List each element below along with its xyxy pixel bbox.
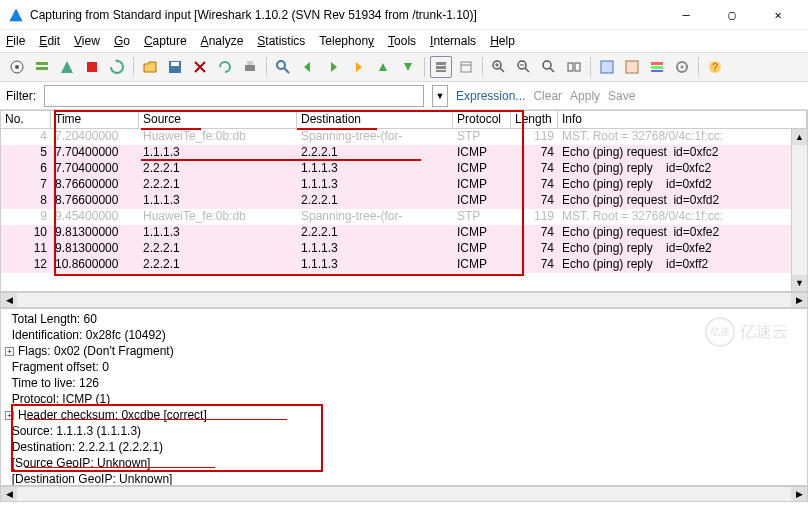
interfaces-icon[interactable]: [6, 56, 28, 78]
help-icon[interactable]: ?: [704, 56, 726, 78]
autoscroll-icon[interactable]: [455, 56, 477, 78]
clear-link[interactable]: Clear: [533, 89, 562, 103]
detail-destination: Destination: 2.2.2.1 (2.2.2.1): [5, 439, 803, 455]
save-icon[interactable]: [164, 56, 186, 78]
toolbar: ?: [0, 52, 808, 82]
table-row[interactable]: 57.704000001.1.1.32.2.2.1ICMP74Echo (pin…: [1, 145, 807, 161]
svg-line-17: [500, 68, 504, 72]
detail-src-geoip: [Source GeoIP: Unknown]: [5, 455, 803, 471]
detail-flags[interactable]: +Flags: 0x02 (Don't Fragment): [5, 343, 803, 359]
filter-dropdown-icon[interactable]: ▼: [432, 85, 448, 107]
scroll-left-icon[interactable]: ◀: [1, 293, 17, 307]
menu-tools[interactable]: Tools: [388, 34, 416, 48]
capture-filters-icon[interactable]: [596, 56, 618, 78]
stop-icon[interactable]: [81, 56, 103, 78]
col-info[interactable]: Info: [558, 111, 807, 128]
options-icon[interactable]: [31, 56, 53, 78]
hscrollbar-packets[interactable]: ◀ ▶: [0, 292, 808, 308]
table-row[interactable]: 1210.86000002.2.2.11.1.1.3ICMP74Echo (pi…: [1, 257, 807, 273]
packet-header: No. Time Source Destination Protocol Len…: [1, 111, 807, 129]
expand-icon[interactable]: +: [5, 411, 14, 420]
scroll-right-icon[interactable]: ▶: [791, 293, 807, 307]
maximize-button[interactable]: ▢: [710, 2, 754, 28]
menu-analyze[interactable]: Analyze: [201, 34, 244, 48]
goto-last-icon[interactable]: [397, 56, 419, 78]
coloring-rules-icon[interactable]: [646, 56, 668, 78]
col-length[interactable]: Length: [511, 111, 558, 128]
detail-identification: Identification: 0x28fc (10492): [5, 327, 803, 343]
details-pane[interactable]: Total Length: 60 Identification: 0x28fc …: [0, 308, 808, 486]
col-destination[interactable]: Destination: [297, 111, 453, 128]
table-row[interactable]: 99.45400000HuaweiTe_fe:0b:dbSpanning-tre…: [1, 209, 807, 225]
save-link[interactable]: Save: [608, 89, 635, 103]
table-row[interactable]: 47.20400000HuaweiTe_fe:0b:dbSpanning-tre…: [1, 129, 807, 145]
open-icon[interactable]: [139, 56, 161, 78]
back-icon[interactable]: [297, 56, 319, 78]
svg-rect-29: [651, 62, 663, 65]
zoom-out-icon[interactable]: [513, 56, 535, 78]
window-title: Capturing from Standard input [Wireshark…: [30, 8, 664, 22]
col-no[interactable]: No.: [1, 111, 51, 128]
svg-rect-25: [568, 63, 573, 71]
app-icon: [8, 7, 24, 23]
table-row[interactable]: 67.704000002.2.2.11.1.1.3ICMP74Echo (pin…: [1, 161, 807, 177]
detail-protocol: Protocol: ICMP (1): [5, 391, 803, 407]
svg-rect-2: [36, 62, 48, 65]
prefs-icon[interactable]: [671, 56, 693, 78]
zoom-in-icon[interactable]: [488, 56, 510, 78]
display-filters-icon[interactable]: [621, 56, 643, 78]
menu-help[interactable]: Help: [490, 34, 515, 48]
zoom-100-icon[interactable]: [538, 56, 560, 78]
expand-icon[interactable]: +: [5, 347, 14, 356]
svg-point-1: [15, 65, 19, 69]
col-source[interactable]: Source: [139, 111, 297, 128]
goto-first-icon[interactable]: [372, 56, 394, 78]
col-time[interactable]: Time: [51, 111, 139, 128]
packet-list: No. Time Source Destination Protocol Len…: [0, 110, 808, 292]
svg-point-33: [681, 66, 684, 69]
menu-edit[interactable]: Edit: [39, 34, 60, 48]
filter-input[interactable]: [44, 85, 424, 107]
svg-line-24: [550, 68, 554, 72]
close-button[interactable]: ✕: [756, 2, 800, 28]
vscrollbar[interactable]: ▲ ▼: [791, 129, 807, 291]
close-file-icon[interactable]: [189, 56, 211, 78]
menu-internals[interactable]: Internals: [430, 34, 476, 48]
reload-icon[interactable]: [214, 56, 236, 78]
svg-point-9: [277, 61, 285, 69]
find-icon[interactable]: [272, 56, 294, 78]
menu-telephony[interactable]: Telephony: [319, 34, 374, 48]
table-row[interactable]: 119.813000002.2.2.11.1.1.3ICMP74Echo (pi…: [1, 241, 807, 257]
table-row[interactable]: 88.766000001.1.1.32.2.2.1ICMP74Echo (pin…: [1, 193, 807, 209]
start-icon[interactable]: [56, 56, 78, 78]
detail-source: Source: 1.1.1.3 (1.1.1.3): [5, 423, 803, 439]
scroll-up-icon[interactable]: ▲: [792, 129, 807, 145]
col-protocol[interactable]: Protocol: [453, 111, 511, 128]
print-icon[interactable]: [239, 56, 261, 78]
jump-icon[interactable]: [347, 56, 369, 78]
scroll-down-icon[interactable]: ▼: [792, 275, 807, 291]
colorize-icon[interactable]: [430, 56, 452, 78]
svg-rect-11: [436, 62, 446, 65]
detail-checksum[interactable]: +Header checksum: 0xcdbe [correct]: [5, 407, 803, 423]
menu-file[interactable]: File: [6, 34, 25, 48]
table-row[interactable]: 78.766000002.2.2.11.1.1.3ICMP74Echo (pin…: [1, 177, 807, 193]
hscrollbar-details[interactable]: ◀ ▶: [0, 486, 808, 502]
menu-statistics[interactable]: Statistics: [257, 34, 305, 48]
forward-icon[interactable]: [322, 56, 344, 78]
minimize-button[interactable]: —: [664, 2, 708, 28]
resize-cols-icon[interactable]: [563, 56, 585, 78]
menu-go[interactable]: Go: [114, 34, 130, 48]
expression-link[interactable]: Expression...: [456, 89, 525, 103]
apply-link[interactable]: Apply: [570, 89, 600, 103]
filter-label: Filter:: [6, 89, 36, 103]
packet-rows[interactable]: 47.20400000HuaweiTe_fe:0b:dbSpanning-tre…: [1, 129, 807, 273]
svg-rect-13: [436, 70, 446, 72]
menu-capture[interactable]: Capture: [144, 34, 187, 48]
menu-view[interactable]: View: [74, 34, 100, 48]
scroll-right-icon[interactable]: ▶: [791, 487, 807, 501]
svg-rect-27: [601, 61, 613, 73]
table-row[interactable]: 109.813000001.1.1.32.2.2.1ICMP74Echo (pi…: [1, 225, 807, 241]
restart-icon[interactable]: [106, 56, 128, 78]
scroll-left-icon[interactable]: ◀: [1, 487, 17, 501]
